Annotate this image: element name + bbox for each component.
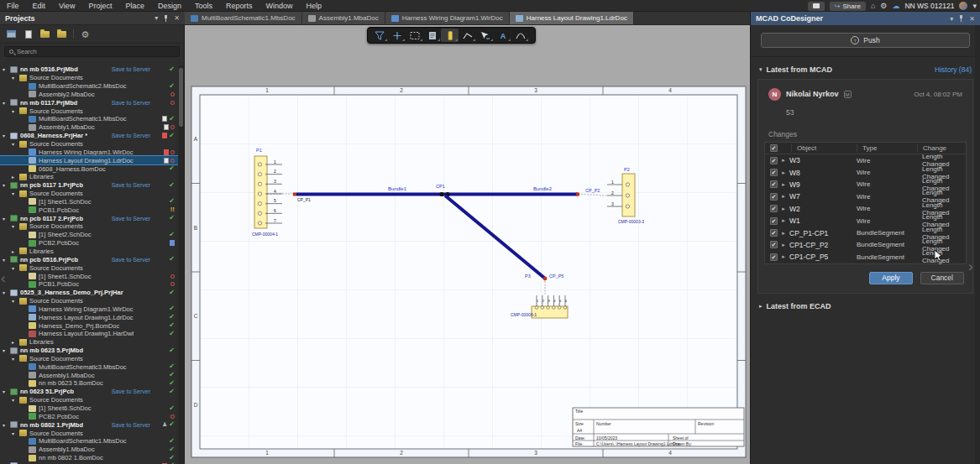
save-to-server-link[interactable]: Save to Server: [112, 100, 153, 106]
row-checkbox[interactable]: ✔: [770, 169, 778, 176]
folder-icon[interactable]: [56, 29, 67, 39]
row-checkbox[interactable]: ✔: [770, 193, 778, 201]
expand-arrow-icon[interactable]: ▸: [759, 303, 763, 310]
expand-icon[interactable]: ▸: [778, 193, 789, 200]
menu-design[interactable]: Design: [151, 0, 188, 12]
tree-item[interactable]: ▾nn mb 0516.PrjMbdSave to Server✔: [0, 65, 178, 74]
tree-item[interactable]: ▾Source Documents: [0, 263, 178, 272]
tree-item[interactable]: ▾nn pcb 0117 2.PrjPcbSave to Server✔: [0, 214, 178, 222]
tree-item[interactable]: 0608_Harness.BomDoc✔: [0, 164, 178, 173]
tree-item[interactable]: nn mb 0802 1.BomDoc✔: [0, 454, 178, 462]
tab-wir[interactable]: Harness Wiring Diagram1.WirDoc: [385, 12, 510, 24]
type-column-header[interactable]: Type: [857, 144, 917, 152]
tree-item[interactable]: MultiBoardSchematic1.MbsDoc✔: [0, 437, 178, 446]
tree-item[interactable]: Harness Wiring Diagram1.WirDoc: [0, 148, 178, 156]
expand-arrow-icon[interactable]: ▾: [3, 182, 10, 188]
latest-from-ecad-section[interactable]: ▸ Latest from ECAD: [751, 294, 980, 315]
expand-arrow-icon[interactable]: ▾: [3, 347, 10, 353]
change-column-header[interactable]: Change: [917, 144, 966, 152]
place-text-icon[interactable]: A: [494, 29, 511, 42]
history-link[interactable]: History (84): [935, 65, 972, 74]
row-checkbox[interactable]: ✔: [770, 241, 778, 248]
tree-item[interactable]: ▾nn pcb 0117 1.PrjPcbSave to Server✔: [0, 181, 178, 190]
expand-arrow-icon[interactable]: ▾: [3, 100, 10, 106]
row-checkbox[interactable]: ✔: [770, 217, 778, 225]
cp-p1-node[interactable]: [293, 193, 296, 196]
tree-item[interactable]: PCB1.PcbDoc: [0, 280, 178, 289]
collapse-arrow-icon[interactable]: ▾: [759, 66, 763, 73]
tree-item[interactable]: ▾Source Documents: [0, 396, 178, 404]
tree-item[interactable]: Harness_Demo_Prj.BomDoc✔: [0, 321, 178, 330]
tree-item[interactable]: PCB2.PcbDoc: [0, 412, 178, 420]
cp1-junction-dot[interactable]: [439, 192, 443, 196]
tree-item[interactable]: ▾Source Documents: [0, 140, 178, 149]
tree-item[interactable]: [1] Sheet2.SchDoc✔: [0, 231, 178, 239]
select-all-checkbox[interactable]: ✔: [770, 144, 778, 152]
panel-dropdown-icon[interactable]: ▾: [950, 15, 953, 23]
expand-arrow-icon[interactable]: ▾: [12, 108, 19, 114]
menu-view[interactable]: View: [52, 0, 81, 12]
tab-mbs[interactable]: MultiBoardSchematic1.MbsDoc: [185, 12, 302, 24]
expand-arrow-icon[interactable]: ▾: [3, 257, 10, 263]
expand-arrow-icon[interactable]: ▾: [12, 397, 19, 403]
tree-item[interactable]: Assembly1.MbaDoc✔: [0, 446, 178, 454]
panel-close-icon[interactable]: ✕: [969, 15, 975, 23]
tree-item[interactable]: ▾0608_Harness.PrjHar *Save to Server✔: [0, 132, 178, 140]
expand-arrow-icon[interactable]: ▾: [3, 422, 10, 428]
expand-arrow-icon[interactable]: ▾: [3, 133, 10, 138]
row-checkbox[interactable]: ✔: [770, 229, 778, 237]
menu-project[interactable]: Project: [81, 0, 118, 12]
place-wire-icon[interactable]: [459, 29, 476, 42]
expand-arrow-icon[interactable]: ▾: [12, 430, 19, 436]
tree-item[interactable]: ▾nn mb 0117.PrjMbdSave to Server: [0, 98, 178, 107]
expand-arrow-icon[interactable]: ▾: [3, 66, 10, 72]
panel-pin-icon[interactable]: [163, 15, 169, 22]
tree-item[interactable]: Assembly1.MbaDoc: [0, 123, 178, 132]
panel-pin-icon[interactable]: [958, 15, 964, 22]
tree-item[interactable]: ▾Source Documents: [0, 190, 178, 198]
latest-from-mcad-section[interactable]: ▾ Latest from MCAD History (84): [751, 57, 980, 79]
object-column-header[interactable]: Object: [791, 144, 857, 152]
expand-icon[interactable]: ▸: [778, 253, 789, 260]
tree-item[interactable]: ▾Source Documents: [0, 107, 178, 115]
panel-dropdown-icon[interactable]: ▾: [155, 14, 158, 22]
panel-settings-gear-icon[interactable]: ⚙: [80, 29, 91, 39]
home-icon[interactable]: ⌂: [871, 0, 875, 12]
tree-item[interactable]: PCB2.PcbDoc: [0, 239, 178, 248]
save-to-server-link[interactable]: Save to Server: [112, 388, 153, 394]
tree-item[interactable]: ▸Libraries: [0, 173, 178, 181]
menu-place[interactable]: Place: [118, 0, 151, 12]
panel-close-icon[interactable]: ✕: [174, 14, 180, 22]
new-document-icon[interactable]: [23, 29, 34, 39]
save-to-server-link[interactable]: Save to Server: [112, 216, 153, 222]
expand-arrow-icon[interactable]: ▾: [12, 223, 19, 229]
tree-item[interactable]: ▾Source Documents: [0, 355, 178, 363]
tree-item[interactable]: ▾nn 0623 51.PrjPcbSave to Server✔: [0, 388, 178, 396]
tree-item[interactable]: Assembly2.MbaDoc: [0, 91, 178, 99]
tab-ldr[interactable]: Harness Layout Drawing1.LdrDoc: [510, 12, 634, 24]
user-avatar[interactable]: [959, 2, 967, 10]
tree-scrollbar[interactable]: [178, 65, 184, 464]
menu-help[interactable]: Help: [299, 0, 328, 12]
menu-reports[interactable]: Reports: [219, 0, 259, 12]
drawing-canvas[interactable]: P1 CMP-00004-1 CP_P1 Bundle1 CP1 Bundle2…: [185, 25, 750, 464]
tree-item[interactable]: MultiBoardSchematic3.MbsDoc✔: [0, 362, 178, 371]
expand-icon[interactable]: ▸: [778, 206, 789, 212]
save-to-server-link[interactable]: Save to Server: [112, 257, 153, 263]
tree-item[interactable]: MultiBoardSchematic2.MbsDoc✔: [0, 82, 178, 91]
expand-arrow-icon[interactable]: ▾: [12, 141, 19, 147]
expand-arrow-icon[interactable]: ▾: [12, 356, 19, 362]
move-icon[interactable]: [388, 29, 406, 42]
tree-item[interactable]: Assembly1.MbaDoc✔: [0, 371, 178, 379]
expand-arrow-icon[interactable]: ▾: [3, 388, 10, 394]
tree-item[interactable]: MultiBoardSchematic1.MbsDoc✔: [0, 115, 178, 123]
comments-button[interactable]: [808, 2, 825, 11]
tree-item[interactable]: ▾Source Documents: [0, 297, 178, 305]
expand-icon[interactable]: ▸: [778, 181, 789, 188]
filter-icon[interactable]: [370, 29, 388, 42]
document-icon[interactable]: [423, 29, 441, 42]
row-checkbox[interactable]: ✔: [770, 205, 778, 212]
tree-item[interactable]: ▸Libraries: [0, 248, 178, 256]
expand-arrow-icon[interactable]: ▾: [12, 75, 19, 81]
select-rect-icon[interactable]: [406, 29, 423, 42]
